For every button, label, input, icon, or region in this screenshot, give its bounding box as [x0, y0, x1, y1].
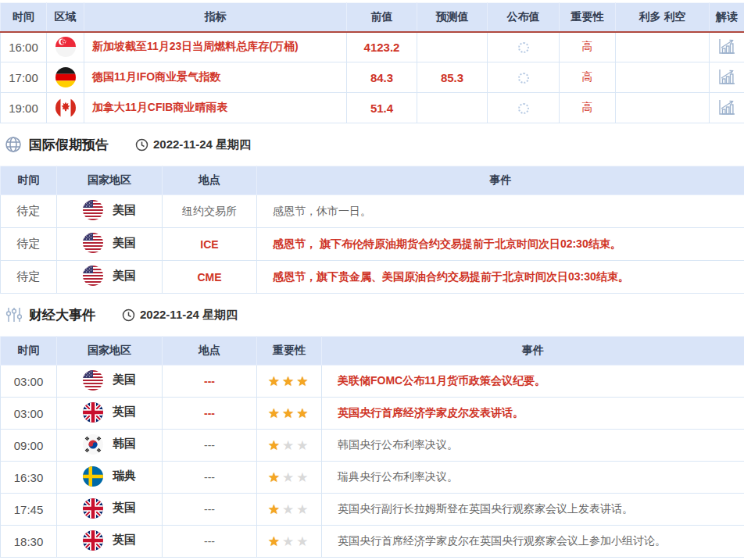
- importance-stars: ★★★: [257, 430, 322, 462]
- previous-value: 4123.2: [347, 32, 417, 62]
- holiday-venue: CME: [163, 261, 257, 294]
- flag-kr-icon: [83, 434, 103, 455]
- events-date: 2022-11-24 星期四: [122, 308, 238, 323]
- bull-bear-cell: [616, 32, 710, 62]
- interpret-cell: [710, 32, 744, 62]
- event-venue: ---: [163, 462, 257, 494]
- holiday-country: 美国: [57, 261, 163, 294]
- country-label: 美国: [113, 236, 136, 251]
- event-country: 美国: [57, 366, 163, 398]
- flag-us-icon: [83, 200, 103, 220]
- event-venue: ---: [163, 398, 257, 430]
- indicator-table: 时间 区域 指标 前值 预测值 公布值 重要性 利多 利空 解读 16:00 新…: [0, 2, 744, 123]
- loading-spinner-icon: [518, 73, 529, 84]
- sliders-icon: [5, 306, 22, 323]
- flag-ca-icon: [55, 98, 76, 118]
- events-section-header: 财经大事件 2022-11-24 星期四: [0, 294, 744, 336]
- flag-us-icon: [83, 233, 103, 253]
- event-row: 16:30 瑞典 --- ★★★ 瑞典央行公布利率决议。: [1, 462, 744, 494]
- event-text: 英国央行首席经济学家皮尔在英国央行观察家会议上参加小组讨论。: [322, 526, 744, 558]
- event-text: 英国央行副行长拉姆斯登在英国央行观察家会议上发表讲话。: [322, 494, 744, 526]
- importance-stars: ★★★: [257, 366, 322, 398]
- star-filled-icon: ★: [296, 374, 310, 389]
- indicator-table-header: 时间 区域 指标 前值 预测值 公布值 重要性 利多 利空 解读: [1, 3, 744, 32]
- event-country: 韩国: [57, 430, 163, 462]
- indicator-row: 19:00 加拿大11月CFIB商业晴雨表 51.4 高: [1, 93, 744, 123]
- importance-label: 高: [560, 62, 616, 93]
- flag-de-icon: [55, 67, 76, 87]
- forecast-value: [417, 32, 488, 62]
- holiday-section-title: 国际假期预告: [29, 136, 109, 154]
- col-time: 时间: [1, 166, 57, 195]
- flag-gb-icon: [83, 530, 103, 551]
- event-row: 17:45 英国 --- ★★★ 英国央行副行长拉姆斯登在英国央行观察家会议上发…: [1, 494, 744, 526]
- country-label: 瑞典: [113, 469, 136, 483]
- holiday-table-header: 时间 国家地区 地点 事件: [1, 166, 744, 195]
- star-filled-icon: ★: [268, 470, 282, 485]
- importance-label: 高: [560, 32, 616, 62]
- holiday-event: 感恩节，旗下贵金属、美国原油合约交易提前于北京时间次日03:30结束。: [257, 261, 744, 294]
- col-importance: 重要性: [560, 3, 616, 32]
- flag-us-icon: [83, 266, 103, 286]
- indicator-time: 19:00: [1, 93, 47, 123]
- event-time: 16:30: [1, 462, 57, 494]
- published-value: [488, 32, 560, 62]
- loading-spinner-icon: [518, 42, 529, 53]
- indicator-name-link[interactable]: 德国11月IFO商业景气指数: [84, 62, 347, 93]
- flag-sg-icon: [55, 37, 76, 57]
- country-label: 英国: [113, 501, 136, 515]
- loading-spinner-icon: [518, 103, 529, 114]
- holiday-event: 感恩节，休市一日。: [257, 195, 744, 228]
- star-empty-icon: ★: [296, 534, 310, 549]
- bar-chart-icon[interactable]: [717, 68, 736, 85]
- event-row: 09:00 韩国 --- ★★★ 韩国央行公布利率决议。: [1, 430, 744, 462]
- interpret-cell: [710, 62, 744, 93]
- indicator-name-link[interactable]: 加拿大11月CFIB商业晴雨表: [84, 93, 347, 123]
- indicator-time: 17:00: [1, 62, 47, 93]
- holiday-venue: ICE: [163, 228, 257, 261]
- holiday-time: 待定: [1, 195, 57, 228]
- holiday-row: 待定 美国 CME 感恩节，旗下贵金属、美国原油合约交易提前于北京时间次日03:…: [1, 261, 744, 294]
- holiday-section-header: 国际假期预告 2022-11-24 星期四: [0, 123, 744, 166]
- col-time: 时间: [1, 337, 57, 366]
- country-label: 英国: [113, 405, 136, 419]
- events-table-header: 时间 国家地区 地点 重要性 事件: [1, 337, 744, 366]
- flag-se-icon: [83, 466, 103, 487]
- globe-icon: [5, 136, 22, 153]
- col-region: 区域: [47, 3, 84, 32]
- flag-gb-icon: [83, 498, 103, 519]
- holiday-time: 待定: [1, 228, 57, 261]
- published-value: [488, 62, 560, 93]
- star-empty-icon: ★: [282, 534, 296, 549]
- event-country: 英国: [57, 526, 163, 558]
- clock-icon: [122, 309, 135, 322]
- holiday-date-label: 2022-11-24 星期四: [153, 137, 251, 152]
- event-venue: ---: [163, 494, 257, 526]
- holiday-table: 时间 国家地区 地点 事件 待定 美国 纽约交易所 感恩节，休市一日。 待定 美…: [0, 166, 744, 294]
- star-empty-icon: ★: [296, 502, 310, 517]
- indicator-row: 17:00 德国11月IFO商业景气指数 84.3 85.3 高: [1, 62, 744, 93]
- importance-label: 高: [560, 93, 616, 123]
- bar-chart-icon[interactable]: [717, 37, 736, 55]
- event-venue: ---: [163, 430, 257, 462]
- country-label: 韩国: [113, 437, 136, 451]
- star-filled-icon: ★: [282, 406, 296, 421]
- holiday-country: 美国: [57, 195, 163, 228]
- col-venue: 地点: [163, 337, 257, 366]
- indicator-name-link[interactable]: 新加坡截至11月23日当周燃料总库存(万桶): [84, 32, 347, 62]
- col-importance: 重要性: [257, 337, 322, 366]
- event-time: 17:45: [1, 494, 57, 526]
- star-filled-icon: ★: [268, 374, 282, 389]
- bar-chart-icon[interactable]: [717, 98, 736, 116]
- star-filled-icon: ★: [268, 502, 282, 517]
- event-time: 03:00: [1, 366, 57, 398]
- col-time: 时间: [1, 3, 47, 32]
- forecast-value: 85.3: [417, 62, 488, 93]
- country-label: 美国: [113, 203, 136, 218]
- country-label: 美国: [113, 269, 136, 284]
- event-venue: ---: [163, 366, 257, 398]
- star-empty-icon: ★: [296, 438, 310, 453]
- interpret-cell: [710, 93, 744, 123]
- event-row: 03:00 美国 --- ★★★ 美联储FOMC公布11月货币政策会议纪要。: [1, 366, 744, 398]
- country-label: 美国: [113, 373, 136, 387]
